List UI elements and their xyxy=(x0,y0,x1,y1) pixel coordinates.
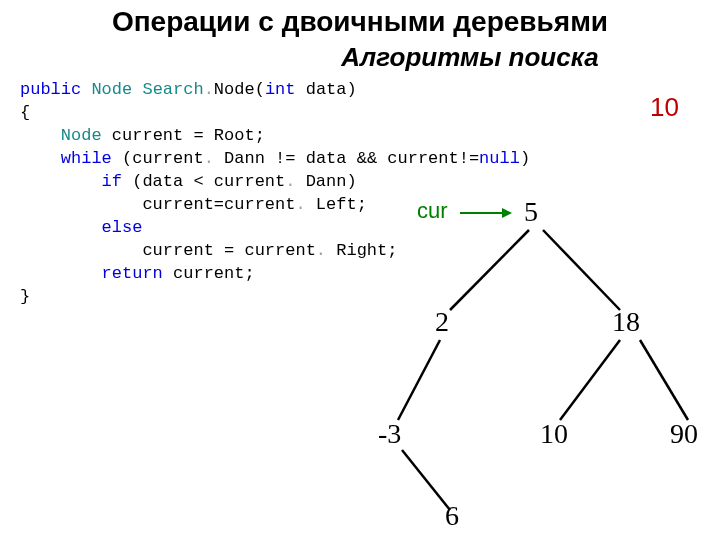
tree-node: 10 xyxy=(540,418,568,450)
tree-node: -3 xyxy=(378,418,401,450)
tree-node: 2 xyxy=(435,306,449,338)
svg-line-2 xyxy=(450,230,529,310)
svg-line-6 xyxy=(640,340,688,420)
svg-line-4 xyxy=(398,340,440,420)
svg-line-5 xyxy=(560,340,620,420)
tree-node: 6 xyxy=(445,500,459,532)
svg-line-7 xyxy=(402,450,450,510)
tree-node-root: 5 xyxy=(524,196,538,228)
svg-line-3 xyxy=(543,230,620,310)
tree-node: 18 xyxy=(612,306,640,338)
tree-edges xyxy=(0,0,720,540)
tree-node: 90 xyxy=(670,418,698,450)
